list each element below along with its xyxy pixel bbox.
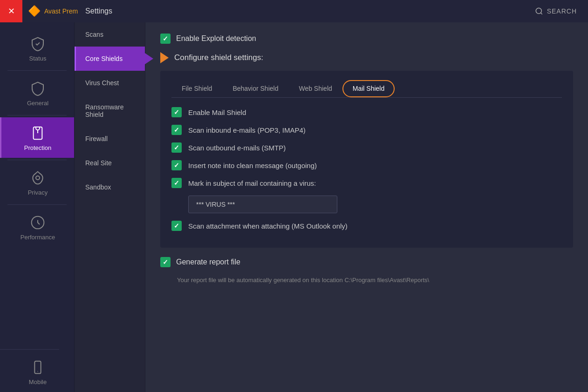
configure-arrow-icon <box>160 52 169 63</box>
sidebar-item-status[interactable]: Status <box>0 28 74 68</box>
sidebar-item-privacy[interactable]: Privacy <box>0 162 74 203</box>
sidebar-bottom: Mobile <box>0 347 74 392</box>
configure-label: Configure shield settings: <box>174 53 263 62</box>
sidebar-divider-3 <box>7 160 67 160</box>
sidebar-divider-4 <box>7 204 67 205</box>
scan-inbound-checkbox[interactable] <box>171 125 182 135</box>
sidebar-item-performance[interactable]: Performance <box>0 207 74 247</box>
generate-report-label: Generate report file <box>176 258 240 266</box>
virus-input-row <box>188 196 562 213</box>
sidebar-item-mobile[interactable]: Mobile <box>0 351 74 392</box>
scan-outbound-checkbox[interactable] <box>171 142 182 153</box>
performance-icon <box>30 215 45 230</box>
active-arrow <box>145 53 153 64</box>
mobile-label: Mobile <box>29 378 47 385</box>
avast-logo-icon: 🔶 <box>28 5 41 17</box>
general-label: General <box>27 100 48 107</box>
enable-mail-shield-row: Enable Mail Shield <box>171 107 562 117</box>
settings-title: Settings <box>83 7 112 15</box>
generate-report-section: Generate report file Your report file wi… <box>160 257 573 285</box>
nav-item-core-shields[interactable]: Core Shields <box>75 47 145 71</box>
content-area: Enable Exploit detection Configure shiel… <box>145 22 588 392</box>
status-label: Status <box>29 55 47 62</box>
exploit-detection-checkbox[interactable] <box>160 34 171 44</box>
privacy-label: Privacy <box>28 189 48 196</box>
svg-rect-5 <box>34 361 41 374</box>
svg-point-3 <box>36 176 40 180</box>
exploit-detection-row: Enable Exploit detection <box>160 34 573 44</box>
tab-file-shield[interactable]: File Shield <box>171 80 222 98</box>
generate-report-row: Generate report file <box>160 257 573 267</box>
scan-inbound-label: Scan inbound e-mails (POP3, IMAP4) <box>188 126 306 134</box>
mobile-icon <box>30 360 45 375</box>
search-label: SEARCH <box>547 7 577 15</box>
scan-attachment-row: Scan attachment when attaching (MS Outlo… <box>171 221 562 231</box>
app-name: Avast Prem <box>44 7 78 15</box>
nav-item-ransomware[interactable]: Ransomware Shield <box>75 95 145 127</box>
shield-panel: File Shield Behavior Shield Web Shield M… <box>160 71 573 248</box>
scan-attachment-label: Scan attachment when attaching (MS Outlo… <box>188 222 348 230</box>
sidebar-divider-2 <box>7 115 67 115</box>
insert-note-checkbox[interactable] <box>171 160 182 170</box>
sidebar-item-protection[interactable]: Protection <box>0 117 74 158</box>
privacy-icon <box>30 170 45 185</box>
nav-item-firewall[interactable]: Firewall <box>75 127 145 151</box>
search-button[interactable]: SEARCH <box>535 7 588 15</box>
configure-section: Configure shield settings: <box>160 52 573 63</box>
enable-mail-shield-checkbox[interactable] <box>171 107 182 117</box>
tab-mail-shield[interactable]: Mail Shield <box>342 80 395 97</box>
tab-web-shield[interactable]: Web Shield <box>288 80 342 98</box>
app-logo: 🔶 Avast Prem <box>22 5 83 17</box>
nav-item-scans[interactable]: Scans <box>75 22 145 47</box>
protection-label: Protection <box>24 144 52 151</box>
mark-subject-label: Mark in subject of mail containing a vir… <box>188 179 316 187</box>
sidebar-item-general[interactable]: General <box>0 73 74 113</box>
nav-item-virus-chest[interactable]: Virus Chest <box>75 71 145 95</box>
scan-inbound-row: Scan inbound e-mails (POP3, IMAP4) <box>171 125 562 135</box>
scan-outbound-row: Scan outbound e-mails (SMTP) <box>171 142 562 153</box>
main-layout: Status General Protection <box>0 22 588 392</box>
virus-subject-input[interactable] <box>188 196 337 213</box>
generate-report-checkbox[interactable] <box>160 257 171 267</box>
generate-report-description: Your report file will be automatically g… <box>177 276 573 285</box>
close-button[interactable]: ✕ <box>0 0 22 22</box>
tab-behavior-shield[interactable]: Behavior Shield <box>222 80 288 98</box>
status-icon <box>30 36 45 51</box>
general-icon <box>30 81 45 96</box>
sidebar-divider-5 <box>0 349 59 350</box>
performance-label: Performance <box>21 234 55 241</box>
title-bar: ✕ 🔶 Avast Prem Settings SEARCH <box>0 0 588 22</box>
nav-item-real-site[interactable]: Real Site <box>75 151 145 175</box>
search-icon <box>535 7 543 15</box>
secondary-nav: Scans Core Shields Virus Chest Ransomwar… <box>75 22 145 392</box>
insert-note-row: Insert note into clean message (outgoing… <box>171 160 562 170</box>
svg-line-1 <box>540 13 542 14</box>
sidebar: Status General Protection <box>0 22 75 392</box>
shield-tabs: File Shield Behavior Shield Web Shield M… <box>171 80 562 98</box>
mark-subject-row: Mark in subject of mail containing a vir… <box>171 178 562 188</box>
nav-item-sandbox[interactable]: Sandbox <box>75 175 145 199</box>
mark-subject-checkbox[interactable] <box>171 178 182 188</box>
exploit-detection-label: Enable Exploit detection <box>176 34 256 43</box>
scan-attachment-checkbox[interactable] <box>171 221 182 231</box>
insert-note-label: Insert note into clean message (outgoing… <box>188 162 317 169</box>
enable-mail-shield-label: Enable Mail Shield <box>188 108 246 116</box>
scan-outbound-label: Scan outbound e-mails (SMTP) <box>188 144 286 152</box>
svg-point-0 <box>536 8 541 14</box>
sidebar-divider <box>7 70 67 71</box>
protection-icon <box>30 126 45 141</box>
